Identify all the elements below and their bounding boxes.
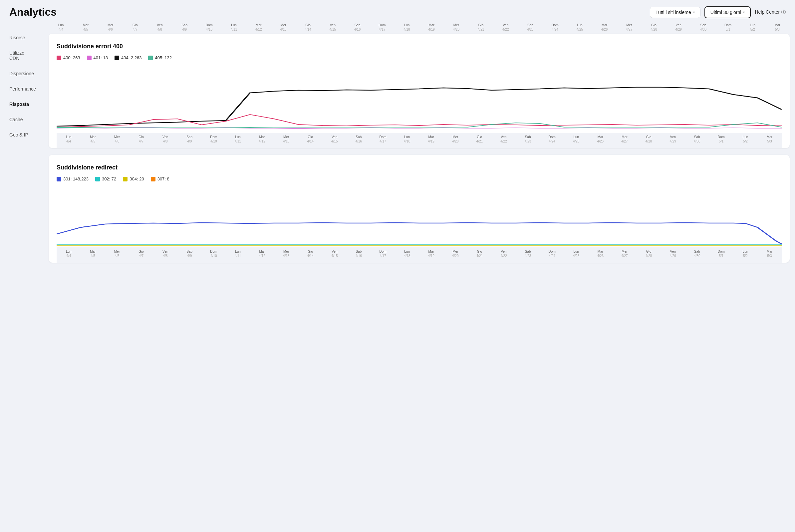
date-tick: Mar4/26 bbox=[588, 249, 612, 258]
date-tick: Lun4/25 bbox=[567, 23, 592, 32]
date-tick: Mar4/12 bbox=[250, 135, 274, 144]
date-tick: Gio4/28 bbox=[637, 135, 661, 144]
date-tick: Mar4/19 bbox=[419, 249, 443, 258]
date-tick: Lun5/2 bbox=[740, 23, 765, 32]
date-tick: Mar5/3 bbox=[765, 23, 790, 32]
date-tick: Gio4/14 bbox=[298, 135, 323, 144]
date-tick: Mar4/12 bbox=[246, 23, 271, 32]
help-center-button[interactable]: Help Center ⓘ bbox=[755, 9, 786, 15]
chart2-title: Suddivisione redirect bbox=[57, 164, 782, 171]
date-tick: Lun4/4 bbox=[57, 249, 81, 258]
date-tick: Mer4/27 bbox=[612, 249, 637, 258]
chart1-bottom-axis: Lun4/4Mar4/5Mer4/6Gio4/7Ven4/8Sab4/9Dom4… bbox=[57, 133, 782, 148]
date-tick: Ven4/29 bbox=[661, 249, 685, 258]
date-tick: Gio4/7 bbox=[123, 23, 148, 32]
date-tick: Lun4/4 bbox=[49, 23, 73, 32]
sidebar-item-dispersione[interactable]: Dispersione bbox=[3, 66, 41, 81]
date-tick: Mer4/27 bbox=[617, 23, 642, 32]
date-tick: Mar4/26 bbox=[592, 23, 617, 32]
date-tick: Lun5/2 bbox=[733, 135, 758, 144]
date-tick: Lun4/11 bbox=[226, 249, 250, 258]
date-tick: Gio4/7 bbox=[129, 249, 153, 258]
date-tick: Sab4/30 bbox=[691, 23, 716, 32]
date-tick: Sab4/30 bbox=[685, 249, 709, 258]
date-tick: Dom5/1 bbox=[709, 249, 733, 258]
date-tick: Ven4/22 bbox=[493, 23, 518, 32]
date-tick: Mar4/26 bbox=[588, 135, 612, 144]
chart2-legend: 301: 148,223302: 72304: 20307: 8 bbox=[57, 176, 782, 182]
date-tick: Dom4/24 bbox=[540, 249, 564, 258]
date-tick: Lun4/25 bbox=[564, 135, 588, 144]
chart2-area[interactable] bbox=[57, 187, 782, 247]
date-tick: Ven4/29 bbox=[661, 135, 685, 144]
chart-redirect-card: Suddivisione redirect 301: 148,223302: 7… bbox=[49, 155, 790, 263]
site-selector-button[interactable]: Tutti i siti insieme ▾ bbox=[650, 7, 700, 18]
date-tick: Dom5/1 bbox=[716, 23, 740, 32]
date-tick: Dom4/17 bbox=[371, 249, 395, 258]
sidebar-item-performance[interactable]: Performance bbox=[3, 81, 41, 96]
site-selector-label: Tutti i siti insieme bbox=[656, 10, 691, 15]
date-tick: Dom4/24 bbox=[540, 135, 564, 144]
main-content: Lun4/4Mar4/5Mer4/6Gio4/7Ven4/8Sab4/9Dom4… bbox=[43, 23, 795, 532]
date-tick: Mar4/5 bbox=[81, 249, 105, 258]
sidebar-item-risposta[interactable]: Risposta bbox=[3, 97, 41, 112]
sidebar-item-risorse[interactable]: Risorse bbox=[3, 30, 41, 45]
date-tick: Mar4/19 bbox=[419, 23, 444, 32]
legend-item-302: 302: 72 bbox=[95, 176, 116, 182]
date-tick: Dom5/1 bbox=[709, 135, 733, 144]
site-selector-chevron: ▾ bbox=[693, 10, 695, 14]
date-tick: Lun4/18 bbox=[395, 23, 419, 32]
date-selector-label: Ultimi 30 giorni bbox=[711, 10, 741, 15]
date-tick: Sab4/23 bbox=[518, 23, 543, 32]
date-tick: Lun4/18 bbox=[395, 249, 419, 258]
date-tick: Gio4/21 bbox=[468, 249, 492, 258]
date-tick: Ven4/22 bbox=[492, 135, 516, 144]
date-tick: Mar4/12 bbox=[250, 249, 274, 258]
legend-item-401: 401: 13 bbox=[87, 55, 108, 60]
date-tick: Gio4/14 bbox=[298, 249, 323, 258]
date-tick: Mar4/5 bbox=[81, 135, 105, 144]
date-tick: Dom4/10 bbox=[202, 135, 226, 144]
date-tick: Lun4/4 bbox=[57, 135, 81, 144]
legend-item-307: 307: 8 bbox=[151, 176, 169, 182]
legend-item-404: 404: 2,263 bbox=[115, 55, 141, 60]
date-tick: Mar5/3 bbox=[757, 135, 782, 144]
legend-item-405: 405: 132 bbox=[148, 55, 172, 60]
main-layout: RisorseUtilizzo CDNDispersionePerformanc… bbox=[0, 23, 795, 532]
date-tick: Ven4/8 bbox=[148, 23, 172, 32]
date-tick: Mer4/20 bbox=[443, 249, 468, 258]
date-tick: Dom4/10 bbox=[197, 23, 221, 32]
date-tick: Mer4/27 bbox=[612, 135, 637, 144]
legend-item-304: 304: 20 bbox=[123, 176, 144, 182]
chart1-legend: 400: 263401: 13404: 2,263405: 132 bbox=[57, 55, 782, 60]
date-tick: Mer4/20 bbox=[444, 23, 468, 32]
date-tick: Ven4/8 bbox=[153, 135, 177, 144]
date-tick: Ven4/22 bbox=[492, 249, 516, 258]
date-tick: Ven4/29 bbox=[666, 23, 691, 32]
date-tick: Gio4/28 bbox=[642, 23, 666, 32]
date-tick: Ven4/15 bbox=[320, 23, 345, 32]
date-selector-button[interactable]: Ultimi 30 giorni ▾ bbox=[704, 6, 751, 18]
date-tick: Mer4/13 bbox=[271, 23, 296, 32]
header: Analytics Tutti i siti insieme ▾ Ultimi … bbox=[0, 0, 795, 23]
chart2-bottom-axis: Lun4/4Mar4/5Mer4/6Gio4/7Ven4/8Sab4/9Dom4… bbox=[57, 247, 782, 263]
page-title: Analytics bbox=[9, 6, 57, 18]
date-tick: Lun4/18 bbox=[395, 135, 419, 144]
date-tick: Lun4/25 bbox=[564, 249, 588, 258]
header-controls: Tutti i siti insieme ▾ Ultimi 30 giorni … bbox=[650, 6, 786, 18]
date-tick: Dom4/17 bbox=[370, 23, 395, 32]
date-tick: Lun5/2 bbox=[733, 249, 758, 258]
date-tick: Ven4/15 bbox=[323, 135, 347, 144]
date-tick: Dom4/10 bbox=[202, 249, 226, 258]
date-tick: Gio4/7 bbox=[129, 135, 153, 144]
date-tick: Mer4/6 bbox=[105, 249, 129, 258]
sidebar-item-utilizzo-cdn[interactable]: Utilizzo CDN bbox=[3, 45, 41, 65]
date-tick: Lun4/11 bbox=[226, 135, 250, 144]
date-selector-chevron: ▾ bbox=[743, 10, 745, 14]
date-tick: Sab4/16 bbox=[345, 23, 370, 32]
date-tick: Mar5/3 bbox=[757, 249, 782, 258]
sidebar-item-cache[interactable]: Cache bbox=[3, 112, 41, 127]
date-tick: Dom4/24 bbox=[543, 23, 567, 32]
date-tick: Mer4/20 bbox=[443, 135, 468, 144]
sidebar-item-geo-ip[interactable]: Geo & IP bbox=[3, 128, 41, 142]
